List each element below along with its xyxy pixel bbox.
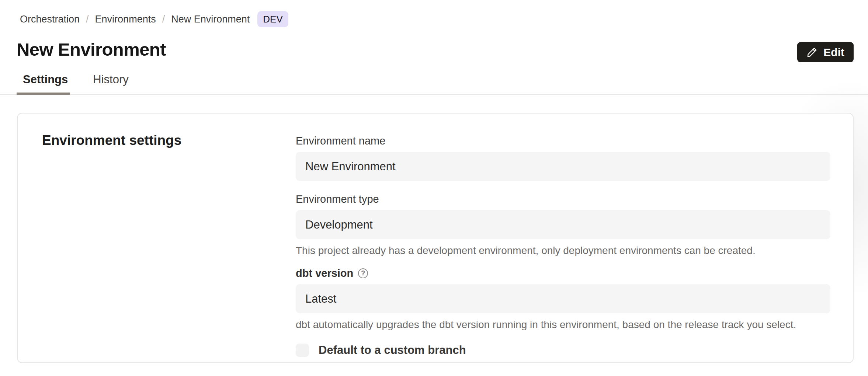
breadcrumb-new-environment[interactable]: New Environment [171, 14, 250, 25]
custom-branch-row: Default to a custom branch [296, 344, 830, 357]
environment-name-input[interactable] [296, 152, 830, 181]
custom-branch-label[interactable]: Default to a custom branch [319, 344, 466, 357]
breadcrumb-separator: / [162, 14, 165, 25]
edit-button-label: Edit [823, 46, 844, 59]
breadcrumb-environments[interactable]: Environments [95, 14, 156, 25]
settings-form: Environment name Environment type This p… [296, 135, 830, 357]
environment-type-label: Environment type [296, 193, 830, 205]
environment-settings-card: Environment settings Environment name En… [17, 113, 854, 363]
dbt-version-label-text: dbt version [296, 267, 353, 279]
environment-type-badge: DEV [257, 11, 288, 27]
breadcrumb-orchestration[interactable]: Orchestration [20, 14, 80, 25]
environment-type-helper: This project already has a development e… [296, 245, 830, 257]
dbt-version-helper: dbt automatically upgrades the dbt versi… [296, 319, 830, 331]
tabs-divider [0, 94, 868, 95]
pencil-icon [806, 46, 818, 58]
page-title: New Environment [17, 39, 166, 60]
dbt-version-input[interactable] [296, 284, 830, 313]
question-circle-icon[interactable]: ? [358, 268, 368, 278]
edit-button[interactable]: Edit [797, 42, 854, 62]
card-heading: Environment settings [42, 133, 181, 148]
environment-name-label: Environment name [296, 135, 830, 147]
custom-branch-checkbox[interactable] [296, 344, 309, 357]
dbt-version-label: dbt version ? [296, 267, 830, 279]
active-tab-indicator [17, 93, 70, 95]
tab-history[interactable]: History [93, 73, 128, 97]
breadcrumb: Orchestration / Environments / New Envir… [20, 11, 288, 27]
environment-type-input[interactable] [296, 210, 830, 239]
breadcrumb-separator: / [86, 14, 89, 25]
